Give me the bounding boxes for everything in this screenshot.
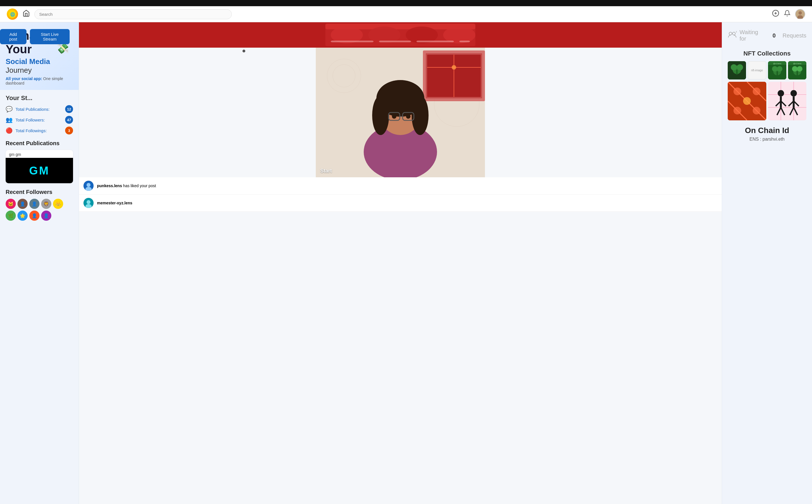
svg-point-29 xyxy=(452,65,456,70)
waiting-section: + Waiting for 0 Requests xyxy=(728,29,806,42)
svg-point-77 xyxy=(743,97,751,105)
follower-avatar-7: 🌟 xyxy=(17,211,28,221)
stats-section: Your St... 💬 Total Publications: 12 👥 To… xyxy=(6,94,73,134)
waiting-text: Waiting for xyxy=(740,29,765,42)
notif-avatar-1 xyxy=(83,181,94,191)
topbar: 🌐 xyxy=(0,6,812,22)
followers-badge: 47 xyxy=(65,116,73,124)
live-stream-button[interactable]: Start Live Stream xyxy=(30,29,70,44)
svg-point-83 xyxy=(778,90,784,97)
main-container: Add post Start Live Stream Manage Your 🤝… xyxy=(0,22,812,504)
follower-avatar-2: 👤 xyxy=(17,199,28,209)
hero-desc: All your social app: One simple dashboar… xyxy=(6,76,73,85)
follower-avatar-4: 🦁 xyxy=(41,199,51,209)
right-panel: + Waiting for 0 Requests NFT Collections xyxy=(722,22,812,504)
bell-icon[interactable] xyxy=(784,10,791,18)
follower-avatar-8: 👤 xyxy=(29,211,39,221)
total-followings-row: 🔴 Total Followings: 3 xyxy=(6,127,73,134)
hero-section: Add post Start Live Stream Manage Your 🤝… xyxy=(0,22,79,90)
svg-point-74 xyxy=(753,88,760,95)
recent-followers-section: Recent Followers 🐱 👤 👤 🦁 👑 🌿 🌟 👤 👤 xyxy=(6,189,73,221)
nft-item-1[interactable] xyxy=(728,61,746,79)
add-icon[interactable] xyxy=(772,10,779,19)
search-input[interactable] xyxy=(34,9,232,19)
svg-point-75 xyxy=(733,107,741,114)
total-publications-row: 💬 Total Publications: 12 xyxy=(6,105,73,113)
notification-text-1: punkess.lens has liked your post xyxy=(97,184,156,188)
nft-section-title: NFT Collections xyxy=(728,50,806,57)
followings-badge: 3 xyxy=(65,127,73,134)
svg-point-6 xyxy=(798,11,802,15)
followings-label: Total Followings: xyxy=(16,128,62,133)
nft-row2 xyxy=(728,82,806,120)
svg-point-67 xyxy=(797,66,802,72)
waiting-count: 0 xyxy=(773,32,776,39)
nft-grid: nft-image @cl.lens xyxy=(728,61,806,79)
follower-avatar-9: 👤 xyxy=(41,211,51,221)
svg-text:@cl.lens: @cl.lens xyxy=(773,62,781,65)
pub-gm-image: GM xyxy=(6,158,73,183)
svg-point-73 xyxy=(733,88,741,95)
svg-point-48 xyxy=(732,32,735,35)
svg-rect-15 xyxy=(331,41,374,42)
left-panel: Add post Start Live Stream Manage Your 🤝… xyxy=(0,22,79,504)
notification-item-1: punkess.lens has liked your post xyxy=(79,177,722,194)
notif-avatar-2 xyxy=(83,198,94,208)
svg-point-53 xyxy=(737,64,743,70)
svg-rect-61 xyxy=(776,71,778,76)
recent-publications-section: Recent Publications gm gm GM xyxy=(6,140,73,183)
recent-followers-title: Recent Followers xyxy=(6,189,73,195)
total-followers-row: 👥 Total Followers: 47 xyxy=(6,116,73,124)
follower-avatar-1: 🐱 xyxy=(6,199,16,209)
svg-rect-78 xyxy=(768,82,807,120)
hero-buttons: Add post Start Live Stream xyxy=(0,29,70,44)
publications-label: Total Publications: xyxy=(16,107,62,112)
svg-text:🌐: 🌐 xyxy=(10,12,15,17)
publications-badge: 12 xyxy=(65,105,73,113)
followers-label: Total Followers: xyxy=(16,118,62,122)
video-container: Start xyxy=(316,48,485,177)
svg-rect-17 xyxy=(416,41,454,42)
svg-text:+: + xyxy=(736,30,737,34)
add-post-button[interactable]: Add post xyxy=(0,29,27,44)
svg-rect-68 xyxy=(796,71,798,76)
followers-avatars-list: 🐱 👤 👤 🦁 👑 🌿 🌟 👤 👤 xyxy=(6,199,73,221)
user-avatar[interactable] xyxy=(795,9,805,19)
svg-rect-54 xyxy=(736,70,737,74)
notification-text-2: memester-xyz.lens xyxy=(97,201,132,205)
stats-title: Your St... xyxy=(6,94,73,102)
publications-icon: 💬 xyxy=(6,106,13,112)
onchain-ens: ENS : parshvi.eth xyxy=(728,137,806,142)
notification-item-2: memester-xyz.lens xyxy=(79,194,722,212)
publication-card[interactable]: gm gm GM xyxy=(6,150,73,183)
video-placeholder: Start xyxy=(316,48,485,177)
home-icon[interactable] xyxy=(23,10,30,19)
svg-rect-16 xyxy=(379,41,411,42)
followings-icon: 🔴 xyxy=(6,127,13,134)
svg-point-66 xyxy=(792,66,798,72)
nft-item-6[interactable] xyxy=(768,82,807,120)
svg-point-60 xyxy=(777,66,782,72)
followers-icon: 👥 xyxy=(6,116,13,123)
follower-avatar-3: 👤 xyxy=(29,199,39,209)
nft-item-2[interactable]: nft-image xyxy=(748,61,766,79)
story-banner xyxy=(79,22,722,48)
onchain-section: On Chain Id ENS : parshvi.eth xyxy=(728,126,806,142)
svg-point-59 xyxy=(772,66,778,72)
recent-publications-title: Recent Publications xyxy=(6,140,73,147)
svg-rect-18 xyxy=(459,41,470,42)
app-logo: 🌐 xyxy=(7,8,18,20)
nft-item-5[interactable] xyxy=(728,82,766,120)
waiting-icon: + xyxy=(728,30,737,41)
notifications-feed: punkess.lens has liked your post memeste… xyxy=(79,177,722,212)
nft-item-3[interactable]: @cl.lens xyxy=(768,61,786,79)
nft-item-4[interactable]: @cl.lens xyxy=(788,61,806,79)
svg-text:@cl.lens: @cl.lens xyxy=(793,62,801,65)
svg-point-42 xyxy=(87,183,91,187)
topbar-actions xyxy=(772,9,805,19)
svg-point-76 xyxy=(753,107,760,114)
gm-text: GM xyxy=(29,164,49,177)
follower-avatar-5: 👑 xyxy=(53,199,63,209)
waiting-requests-label: Requests xyxy=(783,32,807,39)
pub-card-label: gm gm xyxy=(6,150,73,158)
